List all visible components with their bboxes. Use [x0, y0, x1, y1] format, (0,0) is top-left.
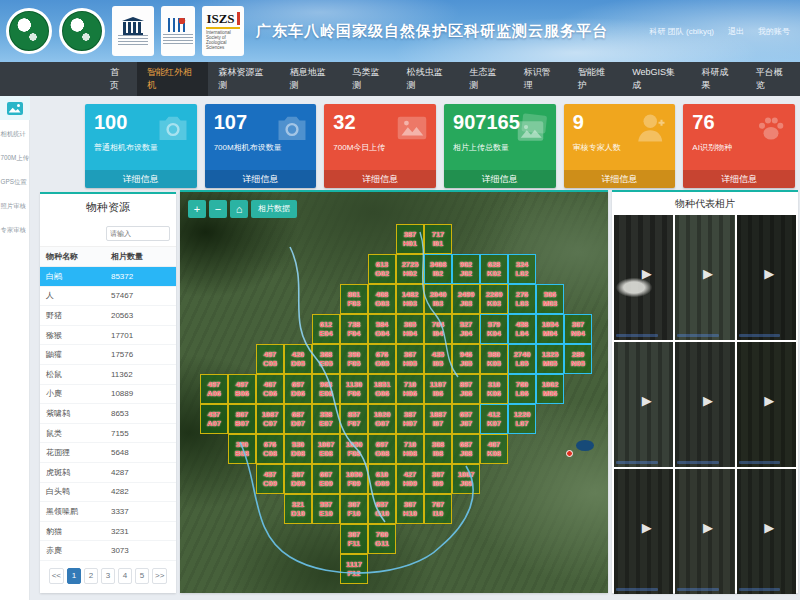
grid-cell-H01[interactable]: 387H01 — [396, 224, 424, 254]
grid-cell-G06[interactable]: 1851G06 — [368, 374, 396, 404]
grid-cell-E06[interactable]: 963E06 — [312, 374, 340, 404]
grid-cell-J07[interactable]: 657J07 — [452, 404, 480, 434]
grid-cell-L02[interactable]: 324L02 — [508, 254, 536, 284]
play-icon[interactable]: ▶ — [703, 265, 713, 280]
grid-cell-B07[interactable]: 807B07 — [228, 404, 256, 434]
page-button-1[interactable]: 1 — [67, 568, 81, 584]
mini-sidebar-item-2[interactable]: 700M上传 — [0, 147, 28, 169]
grid-cell-F03[interactable]: 801F03 — [340, 284, 368, 314]
grid-cell-L06[interactable]: 760L06 — [508, 374, 536, 404]
grid-cell-G03[interactable]: 408G03 — [368, 284, 396, 314]
my-account-link[interactable]: 我的账号 — [758, 26, 790, 37]
grid-cell-I10[interactable]: 707I10 — [424, 494, 452, 524]
grid-cell-K08[interactable]: 407K08 — [480, 434, 508, 464]
grid-cell-F08[interactable]: 1050F08 — [340, 434, 368, 464]
page-button-4[interactable]: 4 — [118, 568, 132, 584]
species-search-input[interactable] — [106, 226, 170, 241]
grid-cell-K04[interactable]: 579K04 — [480, 314, 508, 344]
grid-cell-I01[interactable]: 717I01 — [424, 224, 452, 254]
grid-cell-C06[interactable]: 407C06 — [256, 374, 284, 404]
grid-cell-I04[interactable]: 704I04 — [424, 314, 452, 344]
grid-cell-H10[interactable]: 307H10 — [396, 494, 424, 524]
grid-cell-D07[interactable]: 687D07 — [284, 404, 312, 434]
grid-cell-N04[interactable]: 307N04 — [564, 314, 592, 344]
grid-cell-G08[interactable]: 697G08 — [368, 434, 396, 464]
map-red-marker[interactable] — [566, 450, 573, 457]
grid-cell-H05[interactable]: 367H05 — [396, 344, 424, 374]
play-icon[interactable]: ▶ — [642, 392, 652, 407]
grid-cell-J05[interactable]: 946J05 — [452, 344, 480, 374]
grid-cell-I07[interactable]: 1887I07 — [424, 404, 452, 434]
mini-sidebar-active-item[interactable] — [0, 96, 30, 120]
stat-card-detail-link[interactable]: 详细信息 — [205, 170, 317, 188]
page-button-3[interactable]: 3 — [101, 568, 115, 584]
species-row-14[interactable]: 豹猫3231 — [40, 522, 176, 542]
grid-cell-I05[interactable]: 435I05 — [424, 344, 452, 374]
grid-cell-F11[interactable]: 307F11 — [340, 524, 368, 554]
grid-cell-J02[interactable]: 902J02 — [452, 254, 480, 284]
stat-card-detail-link[interactable]: 详细信息 — [324, 170, 436, 188]
page-button-5[interactable]: 5 — [135, 568, 149, 584]
species-row-10[interactable]: 花面狸5648 — [40, 443, 176, 463]
nav-item-11[interactable]: 科研成果 — [692, 62, 746, 96]
species-row-15[interactable]: 赤麂3073 — [40, 541, 176, 561]
grid-cell-H04[interactable]: 305H04 — [396, 314, 424, 344]
grid-cell-D08[interactable]: 530D08 — [284, 434, 312, 464]
grid-cell-D10[interactable]: 321D10 — [284, 494, 312, 524]
camera-trap-photo-7[interactable]: ▶ — [614, 469, 673, 594]
species-row-7[interactable]: 小麂10889 — [40, 385, 176, 405]
grid-cell-J06[interactable]: 897J06 — [452, 374, 480, 404]
species-row-8[interactable]: 紫啸鸫8653 — [40, 404, 176, 424]
grid-cell-I06[interactable]: 1107I06 — [424, 374, 452, 404]
camera-trap-photo-2[interactable]: ▶ — [675, 215, 734, 340]
grid-cell-M03[interactable]: 506M03 — [536, 284, 564, 314]
grid-cell-G09[interactable]: 610G09 — [368, 464, 396, 494]
grid-cell-H09[interactable]: 427H09 — [396, 464, 424, 494]
grid-cell-G11[interactable]: 700G11 — [368, 524, 396, 554]
grid-cell-E08[interactable]: 1007E08 — [312, 434, 340, 464]
stat-card-detail-link[interactable]: 详细信息 — [683, 170, 795, 188]
stat-card-detail-link[interactable]: 详细信息 — [564, 170, 676, 188]
species-row-2[interactable]: 人57467 — [40, 287, 176, 307]
grid-cell-E09[interactable]: 607E09 — [312, 464, 340, 494]
grid-cell-L07[interactable]: 1220L07 — [508, 404, 536, 434]
camera-trap-photo-3[interactable]: ▶ — [737, 215, 796, 340]
grid-cell-J08[interactable]: 687J08 — [452, 434, 480, 464]
page-button-2[interactable]: 2 — [84, 568, 98, 584]
grid-cell-G04[interactable]: 584G04 — [368, 314, 396, 344]
grid-cell-A06[interactable]: 497A06 — [200, 374, 228, 404]
grid-cell-J03[interactable]: 2499J03 — [452, 284, 480, 314]
nav-item-10[interactable]: WebGIS集成 — [622, 62, 691, 96]
camera-trap-photo-1[interactable]: ▶ — [614, 215, 673, 340]
grid-cell-F07[interactable]: 857F07 — [340, 404, 368, 434]
map-zoom-out-button[interactable]: − — [209, 200, 227, 218]
species-row-4[interactable]: 猕猴17701 — [40, 326, 176, 346]
nav-item-9[interactable]: 智能维护 — [568, 62, 622, 96]
mini-sidebar-item-4[interactable]: 照片审核 — [0, 195, 28, 217]
grid-cell-F06[interactable]: 1130F06 — [340, 374, 368, 404]
species-row-6[interactable]: 松鼠11362 — [40, 365, 176, 385]
grid-cell-L05[interactable]: 2740L05 — [508, 344, 536, 374]
grid-cell-K03[interactable]: 2269K03 — [480, 284, 508, 314]
grid-cell-B08[interactable]: 390B08 — [228, 434, 256, 464]
logout-link[interactable]: 退出 — [728, 26, 744, 37]
map-panel[interactable]: + − ⌂ 相片数据 387H01717I01613G022725H023408… — [180, 190, 608, 593]
species-row-1[interactable]: 白鹇85372 — [40, 267, 176, 287]
camera-trap-photo-8[interactable]: ▶ — [675, 469, 734, 594]
mini-sidebar-item-1[interactable]: 相机统计 — [0, 123, 28, 145]
play-icon[interactable]: ▶ — [703, 392, 713, 407]
mini-sidebar-item-5[interactable]: 专家审核 — [0, 219, 28, 241]
user-team-label[interactable]: 科研 团队 (cblkyq) — [650, 26, 714, 37]
species-row-9[interactable]: 鼠类7155 — [40, 424, 176, 444]
page-next-button[interactable]: >> — [152, 568, 167, 584]
play-icon[interactable]: ▶ — [764, 265, 774, 280]
species-row-3[interactable]: 野猪20563 — [40, 306, 176, 326]
grid-cell-K07[interactable]: 412K07 — [480, 404, 508, 434]
grid-cell-C05[interactable]: 497C05 — [256, 344, 284, 374]
grid-cell-I03[interactable]: 2040I03 — [424, 284, 452, 314]
grid-cell-D06[interactable]: 697D06 — [284, 374, 312, 404]
grid-cell-A07[interactable]: 457A07 — [200, 404, 228, 434]
grid-cell-I08[interactable]: 308I08 — [424, 434, 452, 464]
nav-item-4[interactable]: 栖息地监测 — [280, 62, 343, 96]
grid-cell-E04[interactable]: 612E04 — [312, 314, 340, 344]
